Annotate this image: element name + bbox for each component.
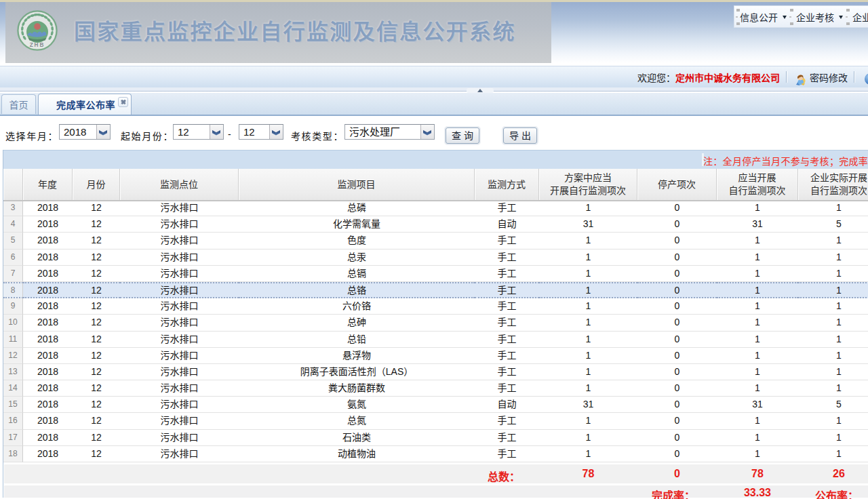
svg-text:ZHB: ZHB bbox=[30, 42, 45, 48]
